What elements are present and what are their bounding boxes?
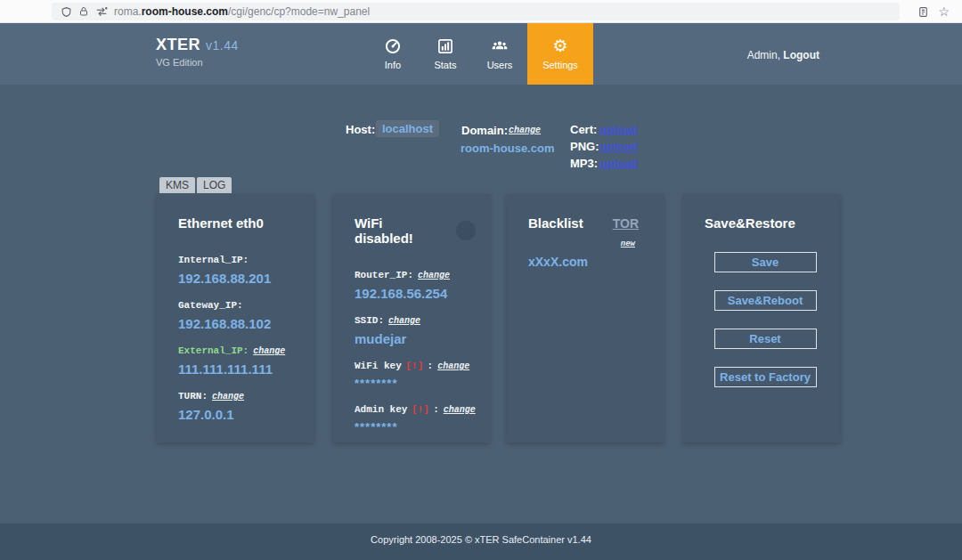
ssid-change-link[interactable]: change bbox=[388, 316, 420, 326]
domain-change-link[interactable]: change bbox=[509, 126, 541, 135]
turn-value: 127.0.0.1 bbox=[178, 407, 299, 422]
nav-label-info: Info bbox=[385, 60, 401, 70]
nav-label-settings: Settings bbox=[542, 60, 578, 70]
domain-label: Domain: bbox=[461, 124, 508, 137]
external-ip-change-link[interactable]: change bbox=[253, 346, 285, 356]
nav-label-stats: Stats bbox=[434, 60, 456, 70]
wifi-key-separator: : bbox=[428, 361, 434, 371]
url-domain: room-house.com bbox=[142, 5, 228, 18]
panel-ethernet: Ethernet eth0 Internal_IP: 192.168.88.20… bbox=[157, 194, 314, 442]
url-text: roma.room-house.com/cgi/genc/cp?mode=nw_… bbox=[114, 5, 370, 18]
blacklist-new-link[interactable]: new bbox=[528, 239, 649, 248]
users-group-icon bbox=[490, 37, 510, 55]
field-wifi-key: WiFi key [!] :change ******** bbox=[355, 356, 476, 390]
save-buttons-group: Save Save&Reboot Reset Reset to Factory bbox=[705, 252, 826, 387]
app-header: XTERv1.44 VG Edition Info Stats Users ⚙ … bbox=[0, 23, 962, 85]
url-path: /cgi/genc/cp?mode=nw_panel bbox=[228, 5, 370, 18]
copyright-text: Copyright 2008-2025 © xTER SafeContainer… bbox=[371, 534, 591, 545]
gateway-ip-value: 192.168.88.102 bbox=[178, 316, 299, 331]
field-gateway-ip: Gateway_IP: 192.168.88.102 bbox=[178, 296, 299, 331]
admin-key-separator: : bbox=[433, 404, 439, 415]
wifi-title: WiFi disabled! bbox=[355, 215, 444, 246]
nav-item-stats[interactable]: Stats bbox=[419, 23, 472, 85]
upload-row-png: PNG: upload bbox=[570, 140, 638, 153]
tab-log[interactable]: LOG bbox=[197, 177, 232, 193]
gear-icon: ⚙ bbox=[552, 37, 567, 55]
domain-value: room-house.com bbox=[461, 142, 554, 155]
field-external-ip: External_IP:change 111.111.111.111 bbox=[178, 341, 299, 377]
browser-chrome: roma.room-house.com/cgi/genc/cp?mode=nw_… bbox=[0, 0, 962, 23]
host-label: Host: bbox=[346, 123, 375, 136]
upload-row-cert: Cert: upload bbox=[570, 123, 638, 136]
nav-item-users[interactable]: Users bbox=[472, 23, 527, 85]
upload-row-mp3: MP3: upload bbox=[570, 157, 638, 170]
field-turn: TURN:change 127.0.0.1 bbox=[178, 386, 299, 422]
connection-settings-icon[interactable] bbox=[95, 6, 108, 17]
mp3-upload-link[interactable]: upload bbox=[599, 157, 638, 170]
speedometer-icon bbox=[384, 37, 402, 55]
page-footer: Copyright 2008-2025 © xTER SafeContainer… bbox=[0, 523, 962, 560]
router-ip-change-link[interactable]: change bbox=[418, 271, 450, 280]
app-logo: XTERv1.44 VG Edition bbox=[156, 36, 239, 68]
wifi-key-label: WiFi key bbox=[355, 361, 402, 371]
bookmark-star-icon[interactable]: ☆ bbox=[938, 5, 950, 18]
ssid-label: SSID: bbox=[355, 315, 384, 326]
panel-blacklist: Blacklist TOR new xXxX.com bbox=[507, 194, 664, 442]
browser-actions: ☆ bbox=[917, 2, 950, 21]
save-restore-title: Save&Restore bbox=[705, 215, 795, 231]
cert-upload-link[interactable]: upload bbox=[599, 123, 638, 136]
xter-admin-page: roma.room-house.com/cgi/genc/cp?mode=nw_… bbox=[0, 0, 962, 560]
cert-label: Cert: bbox=[570, 123, 599, 136]
save-reboot-button[interactable]: Save&Reboot bbox=[714, 290, 817, 311]
field-ssid: SSID:change mudejar bbox=[355, 311, 476, 346]
admin-key-value: ******** bbox=[355, 420, 476, 434]
logout-link[interactable]: Logout bbox=[783, 49, 819, 61]
admin-key-label: Admin key bbox=[355, 404, 407, 415]
lock-icon[interactable] bbox=[78, 6, 89, 17]
external-ip-label: External_IP: bbox=[178, 345, 249, 356]
gateway-ip-label: Gateway_IP: bbox=[178, 300, 243, 311]
admin-key-change-link[interactable]: change bbox=[444, 405, 476, 415]
nav-item-info[interactable]: Info bbox=[367, 23, 419, 85]
nav-item-settings-active[interactable]: ⚙ Settings bbox=[527, 23, 593, 85]
png-label: PNG: bbox=[570, 140, 599, 153]
blacklist-entry: xXxX.com bbox=[528, 255, 649, 269]
external-ip-value: 111.111.111.111 bbox=[178, 361, 299, 377]
wifi-key-warning: [!] bbox=[405, 361, 423, 371]
url-prefix: roma. bbox=[114, 5, 142, 18]
turn-change-link[interactable]: change bbox=[212, 392, 244, 402]
internal-ip-label: Internal_IP: bbox=[178, 255, 249, 265]
logo-name: XTER bbox=[156, 36, 200, 53]
tab-kms[interactable]: KMS bbox=[159, 177, 195, 193]
save-button[interactable]: Save bbox=[714, 252, 817, 272]
reset-button[interactable]: Reset bbox=[714, 329, 817, 349]
field-router-ip: Router_IP:change 192.168.56.254 bbox=[355, 265, 476, 301]
upload-links: Cert: upload PNG: upload MP3: upload bbox=[570, 123, 638, 174]
host-input[interactable]: localhost bbox=[376, 120, 439, 137]
url-bar[interactable]: roma.room-house.com/cgi/genc/cp?mode=nw_… bbox=[52, 3, 900, 20]
field-internal-ip: Internal_IP: 192.168.88.201 bbox=[178, 250, 299, 286]
png-upload-link[interactable]: upload bbox=[599, 140, 638, 153]
panel-tabs: KMS LOG bbox=[159, 177, 232, 193]
field-admin-key: Admin key [!] :change ******** bbox=[355, 400, 476, 434]
logo-edition: VG Edition bbox=[156, 57, 239, 68]
logo-version: v1.44 bbox=[206, 38, 239, 53]
content-area: Host: localhost Domain: change room-hous… bbox=[0, 85, 962, 523]
ssid-value: mudejar bbox=[355, 331, 476, 346]
main-nav: Info Stats Users ⚙ Settings bbox=[367, 23, 593, 85]
nav-label-users: Users bbox=[487, 60, 513, 70]
shield-icon[interactable] bbox=[61, 6, 72, 18]
router-ip-value: 192.168.56.254 bbox=[355, 286, 476, 301]
reset-to-factory-button[interactable]: Reset to Factory bbox=[714, 367, 817, 387]
wifi-toggle-button[interactable] bbox=[456, 221, 476, 240]
internal-ip-value: 192.168.88.201 bbox=[178, 271, 299, 286]
tor-link[interactable]: TOR bbox=[613, 216, 639, 231]
bar-chart-icon bbox=[436, 37, 454, 55]
panel-save-restore: Save&Restore Save Save&Reboot Reset Rese… bbox=[683, 194, 840, 442]
mp3-label: MP3: bbox=[570, 157, 599, 170]
reader-mode-icon[interactable] bbox=[917, 5, 929, 19]
wifi-key-change-link[interactable]: change bbox=[437, 361, 469, 371]
blacklist-title: Blacklist bbox=[528, 215, 583, 231]
panel-wifi: WiFi disabled! Router_IP:change 192.168.… bbox=[333, 194, 490, 442]
wifi-key-value: ******** bbox=[355, 377, 476, 390]
